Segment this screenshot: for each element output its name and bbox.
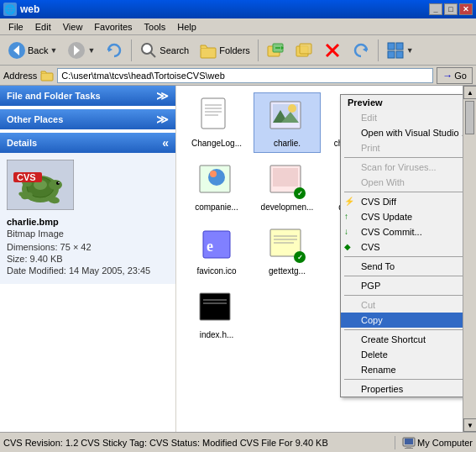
ctx-delete[interactable]: Delete bbox=[341, 347, 463, 362]
search-button[interactable]: Search bbox=[135, 38, 193, 63]
file-icon-companie bbox=[196, 160, 237, 201]
file-name-charlie: charlie. bbox=[255, 139, 319, 148]
move-icon bbox=[266, 41, 285, 60]
scroll-thumb[interactable] bbox=[465, 101, 474, 134]
forward-dropdown-icon[interactable]: ▼ bbox=[87, 46, 95, 55]
delete-button[interactable] bbox=[319, 38, 346, 63]
address-label: Address bbox=[3, 71, 37, 81]
address-folder-icon bbox=[40, 69, 54, 82]
file-icon-changelog bbox=[196, 97, 237, 137]
file-icon-gettextg: ✓ bbox=[267, 224, 307, 265]
back-button[interactable]: Back ▼ bbox=[3, 38, 61, 63]
list-item[interactable]: ✓ developmen... bbox=[254, 156, 321, 217]
ctx-cut[interactable]: Cut bbox=[341, 297, 463, 313]
menu-tools[interactable]: Tools bbox=[139, 21, 171, 33]
menu-view[interactable]: View bbox=[58, 21, 88, 33]
ctx-pgp[interactable]: PGP ▶ bbox=[341, 278, 463, 293]
ctx-edit[interactable]: Edit bbox=[341, 110, 463, 125]
ctx-rename[interactable]: Rename bbox=[341, 362, 463, 377]
list-item[interactable]: e favicon.ico bbox=[183, 220, 250, 281]
folders-button[interactable]: Folders bbox=[195, 38, 254, 63]
close-button[interactable]: ✕ bbox=[459, 3, 473, 15]
menu-edit[interactable]: Edit bbox=[30, 21, 56, 33]
file-name-favicon: favicon.ico bbox=[185, 266, 248, 276]
other-places-header[interactable]: Other Places ≫ bbox=[0, 109, 175, 129]
vertical-scrollbar[interactable]: ▲ ▼ bbox=[463, 86, 476, 432]
file-dimensions: Dimensions: 75 × 42 bbox=[7, 242, 169, 252]
ctx-properties[interactable]: Properties bbox=[341, 381, 463, 397]
file-folder-tasks-section: File and Folder Tasks ≫ bbox=[0, 86, 175, 106]
copy-button[interactable] bbox=[290, 38, 317, 63]
svg-point-48 bbox=[208, 169, 225, 186]
ctx-cvs-commit[interactable]: ↓ CVS Commit... bbox=[341, 224, 463, 239]
ctx-scan[interactable]: Scan for Viruses... bbox=[341, 160, 463, 175]
titlebar: 🌐 web _ □ ✕ bbox=[0, 0, 476, 18]
move-button[interactable] bbox=[262, 38, 289, 63]
svg-rect-35 bbox=[201, 98, 225, 129]
date-label: Date Modified: bbox=[7, 265, 66, 276]
ctx-cvs-diff[interactable]: ⚡ CVS Diff bbox=[341, 194, 463, 209]
views-icon bbox=[386, 41, 405, 60]
svg-line-6 bbox=[150, 52, 155, 57]
ctx-open-vs[interactable]: Open with Visual Studio .NET 2003 bbox=[341, 125, 463, 140]
svg-point-26 bbox=[49, 180, 62, 190]
svg-rect-7 bbox=[201, 48, 216, 58]
list-item[interactable]: charlie. bbox=[254, 92, 321, 153]
ctx-send-to[interactable]: Send To ▶ bbox=[341, 259, 463, 274]
ctx-print[interactable]: Print bbox=[341, 140, 463, 155]
scroll-up-button[interactable]: ▲ bbox=[463, 86, 476, 99]
svg-rect-17 bbox=[388, 43, 395, 50]
toolbar-separator-1 bbox=[131, 39, 132, 61]
ctx-create-shortcut[interactable]: Create Shortcut bbox=[341, 332, 463, 347]
refresh-button[interactable] bbox=[101, 38, 128, 63]
file-icon-favicon: e bbox=[196, 224, 237, 265]
ctx-copy[interactable]: Copy bbox=[341, 313, 463, 328]
views-button[interactable]: ▼ bbox=[382, 38, 418, 63]
size-value: 9.40 KB bbox=[30, 254, 63, 264]
svg-point-28 bbox=[58, 182, 60, 184]
toolbar-separator-3 bbox=[378, 39, 379, 61]
go-button[interactable]: → Go bbox=[437, 67, 473, 84]
ctx-cvs[interactable]: ◆ CVS ▶ bbox=[341, 239, 463, 255]
file-name-developmen: developmen... bbox=[255, 202, 319, 212]
svg-rect-19 bbox=[388, 51, 395, 58]
file-folder-tasks-header[interactable]: File and Folder Tasks ≫ bbox=[0, 86, 175, 106]
context-menu: Preview Edit Open with Visual Studio .NE… bbox=[340, 94, 463, 397]
file-folder-tasks-label: File and Folder Tasks bbox=[7, 91, 101, 101]
address-input[interactable] bbox=[57, 68, 433, 83]
folders-icon bbox=[199, 41, 217, 60]
menu-file[interactable]: File bbox=[3, 21, 29, 33]
dimensions-value: 75 × 42 bbox=[60, 242, 92, 252]
details-header[interactable]: Details « bbox=[0, 133, 175, 153]
back-dropdown-icon[interactable]: ▼ bbox=[50, 46, 57, 55]
scroll-track[interactable] bbox=[463, 99, 476, 418]
ctx-sep-3 bbox=[344, 256, 463, 257]
go-arrow-icon: → bbox=[442, 70, 452, 81]
menu-favorites[interactable]: Favorites bbox=[89, 21, 137, 33]
svg-text:CVS: CVS bbox=[17, 172, 36, 182]
menubar: File Edit View Favorites Tools Help bbox=[0, 18, 476, 35]
minimize-button[interactable]: _ bbox=[429, 3, 442, 15]
svg-rect-64 bbox=[200, 293, 230, 320]
ctx-cvs-update[interactable]: ↑ CVS Update bbox=[341, 209, 463, 224]
delete-icon bbox=[323, 41, 342, 60]
undo-button[interactable] bbox=[348, 38, 374, 63]
file-name-index: index.h... bbox=[185, 330, 248, 339]
list-item[interactable]: ChangeLog... bbox=[183, 92, 250, 153]
thumbnail-svg: CVS bbox=[7, 160, 74, 210]
list-item[interactable]: ✓ gettextg... bbox=[254, 220, 321, 281]
list-item[interactable]: index.h... bbox=[183, 284, 250, 344]
maximize-button[interactable]: □ bbox=[444, 3, 458, 15]
file-type-detail: Bitmap Image bbox=[7, 229, 169, 239]
back-label: Back bbox=[28, 45, 48, 55]
ctx-preview[interactable]: Preview bbox=[341, 95, 463, 110]
ctx-open-with[interactable]: Open With ▶ bbox=[341, 175, 463, 190]
list-item[interactable]: companie... bbox=[183, 156, 250, 217]
views-dropdown-icon[interactable]: ▼ bbox=[406, 46, 414, 55]
svg-rect-70 bbox=[405, 448, 413, 449]
statusbar: CVS Revision: 1.2 CVS Sticky Tag: CVS St… bbox=[0, 432, 476, 452]
menu-help[interactable]: Help bbox=[172, 21, 201, 33]
svg-rect-20 bbox=[396, 51, 403, 58]
forward-button[interactable]: ▼ bbox=[63, 38, 99, 63]
scroll-down-button[interactable]: ▼ bbox=[463, 418, 476, 432]
